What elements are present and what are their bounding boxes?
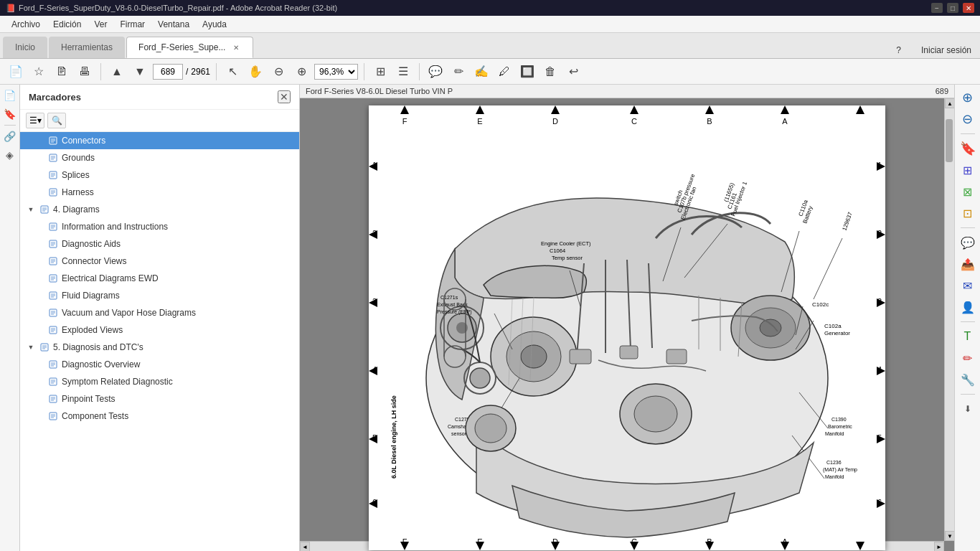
svg-text:Generator: Generator [824, 330, 850, 336]
stamp-button[interactable]: 🔲 [517, 62, 537, 82]
svg-text:B: B [707, 117, 712, 126]
bookmark-item-4[interactable]: ▼4. Diagrams [20, 201, 299, 218]
svg-text:D: D [552, 117, 558, 126]
delete-button[interactable]: 🗑 [540, 62, 560, 82]
right-zoom-out-btn[interactable]: ⊖ [958, 109, 978, 129]
svg-text:(MAT) Air Temp: (MAT) Air Temp [823, 467, 857, 473]
bookmark-item-6[interactable]: Diagnostic Aids [20, 235, 299, 253]
tab-inicio[interactable]: Inicio [3, 37, 47, 58]
right-bookmark-btn[interactable]: 🔖 [958, 138, 978, 159]
close-button[interactable]: ✕ [963, 3, 974, 13]
bookmark-add-button[interactable]: ☆ [29, 62, 49, 82]
bookmark-item-0[interactable]: Connectors [20, 132, 299, 149]
sidebar-menu-btn[interactable]: ☰▾ [26, 113, 44, 128]
next-page-button[interactable]: ▼ [130, 62, 150, 82]
menu-ayuda[interactable]: Ayuda [197, 17, 232, 32]
select-tool-button[interactable]: ↖ [222, 62, 242, 82]
bookmark-expand-12[interactable]: ▼ [26, 342, 36, 352]
links-btn[interactable]: 🔗 [2, 128, 18, 144]
tab-pdf[interactable]: Ford_F-Series_Supe... ✕ [126, 37, 253, 58]
bookmark-item-11[interactable]: Exploded Views [20, 321, 299, 339]
highlight-button[interactable]: ✏ [448, 62, 468, 82]
menu-ver[interactable]: Ver [88, 17, 113, 32]
page-view-icon-btn[interactable]: 📄 [2, 88, 18, 103]
bookmark-item-1[interactable]: Grounds [20, 149, 299, 166]
scroll-right-btn[interactable]: ► [934, 542, 944, 551]
bookmark-item-8[interactable]: Electrical Diagrams EWD [20, 270, 299, 287]
bookmark-expand-2 [34, 170, 44, 180]
signature-button[interactable]: 🖊 [494, 62, 514, 82]
svg-text:5: 5 [372, 433, 377, 442]
right-down-btn[interactable]: ⬇ [958, 399, 978, 419]
bookmark-item-9[interactable]: Fluid Diagrams [20, 287, 299, 304]
right-tools-btn[interactable]: 🔧 [958, 369, 978, 390]
maximize-button[interactable]: □ [947, 3, 958, 13]
right-export-btn[interactable]: 📤 [958, 254, 978, 274]
right-sign-btn[interactable]: ✉ [958, 276, 978, 296]
menu-archivo[interactable]: Archivo [6, 17, 46, 32]
scroll-up-btn[interactable]: ▲ [945, 98, 954, 108]
svg-text:E: E [477, 537, 482, 546]
v-scrollbar[interactable]: ▲ ▼ [944, 98, 954, 541]
open-button[interactable]: 🖹 [52, 62, 72, 82]
bookmark-item-12[interactable]: ▼5. Diagnosis and DTC's [20, 339, 299, 356]
svg-rect-176 [666, 349, 687, 364]
right-edit-btn[interactable]: ✏ [958, 348, 978, 368]
bookmark-item-16[interactable]: Component Tests [20, 408, 299, 425]
page-input[interactable] [153, 64, 183, 80]
menu-ventana[interactable]: Ventana [152, 17, 195, 32]
comment-button[interactable]: 💬 [425, 62, 446, 82]
zoom-select[interactable]: 96,3% 50% 75% 100% 125% 150% 200% [314, 64, 358, 80]
svg-text:4: 4 [372, 365, 377, 374]
fit-page-button[interactable]: ⊞ [370, 62, 390, 82]
right-zoom-in-btn[interactable]: ⊕ [958, 88, 978, 108]
minimize-button[interactable]: − [931, 3, 943, 13]
zoom-out-button[interactable]: ⊖ [268, 62, 288, 82]
scroll-thumb[interactable] [946, 119, 953, 162]
layers-btn[interactable]: ◈ [2, 147, 18, 163]
prev-page-button[interactable]: ▲ [107, 62, 127, 82]
right-text-btn[interactable]: T [958, 326, 978, 347]
draw-button[interactable]: ✍ [471, 62, 491, 82]
right-user-btn[interactable]: 👤 [958, 297, 978, 317]
sidebar-search-btn[interactable]: 🔍 [47, 113, 66, 128]
right-compare-btn[interactable]: ⊡ [958, 203, 978, 223]
svg-text:1: 1 [372, 161, 377, 169]
pdf-content[interactable]: ▲ ▼ ◄ ► [300, 98, 954, 551]
bookmark-item-5[interactable]: Information and Instructions [20, 218, 299, 235]
right-sep2 [961, 227, 975, 228]
menu-firmar[interactable]: Firmar [114, 17, 151, 32]
hand-tool-button[interactable]: ✋ [245, 62, 265, 82]
zoom-in-button[interactable]: ⊕ [291, 62, 311, 82]
bookmark-item-3[interactable]: Harness [20, 184, 299, 201]
bookmark-item-7[interactable]: Connector Views [20, 253, 299, 270]
scroll-down-btn[interactable]: ▼ [945, 531, 954, 541]
scroll-left-btn[interactable]: ◄ [300, 542, 310, 551]
help-button[interactable]: ? [890, 45, 907, 55]
bookmark-item-2[interactable]: Splices [20, 166, 299, 184]
sidebar-close-button[interactable]: ✕ [278, 90, 291, 103]
bookmark-item-15[interactable]: Pinpoint Tests [20, 390, 299, 408]
print-button[interactable]: 🖶 [75, 62, 95, 82]
right-search-btn[interactable]: ⊠ [958, 182, 978, 202]
right-pages-btn[interactable]: ⊞ [958, 160, 978, 180]
bookmark-item-14[interactable]: Symptom Related Diagnostic [20, 373, 299, 390]
right-sep4 [961, 394, 975, 395]
menu-edicion[interactable]: Edición [47, 17, 87, 32]
login-button[interactable]: Iniciar sesión [915, 45, 977, 55]
bookmark-item-13[interactable]: Diagnostic Overview [20, 356, 299, 373]
right-comment-btn[interactable]: 💬 [958, 232, 978, 253]
bookmark-icon-9 [47, 290, 59, 301]
bookmark-icon-12 [39, 342, 50, 353]
tab-herramientas[interactable]: Herramientas [49, 37, 125, 58]
title-bar: 📕 Ford_F-Series_SuperDuty_V8-6.0-DieselT… [0, 0, 980, 16]
bookmark-expand-4[interactable]: ▼ [26, 204, 36, 215]
menu-bar: Archivo Edición Ver Firmar Ventana Ayuda [0, 16, 980, 33]
tab-close-button[interactable]: ✕ [231, 42, 241, 52]
rotate-button[interactable]: ↩ [563, 62, 583, 82]
bookmarks-panel-btn[interactable]: 🔖 [2, 106, 18, 122]
new-file-button[interactable]: 📄 [6, 62, 26, 82]
bookmark-icon-10 [47, 307, 59, 319]
bookmark-item-10[interactable]: Vacuum and Vapor Hose Diagrams [20, 304, 299, 321]
scroll-mode-button[interactable]: ☰ [393, 62, 413, 82]
